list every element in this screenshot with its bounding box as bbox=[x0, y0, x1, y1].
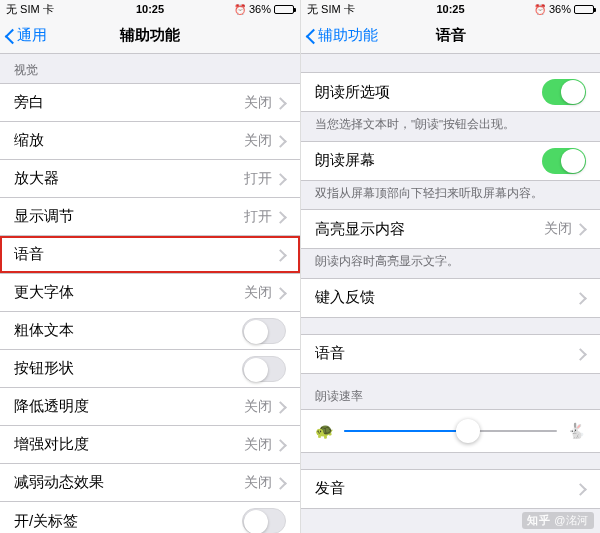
chevron-right-icon bbox=[578, 348, 586, 360]
row-label: 更大字体 bbox=[14, 283, 244, 302]
chevron-right-icon bbox=[278, 135, 286, 147]
section-header-vision: 视觉 bbox=[0, 54, 300, 83]
list-item[interactable]: 放大器打开 bbox=[0, 160, 300, 198]
settings-list: 旁白关闭缩放关闭放大器打开显示调节打开语音更大字体关闭粗体文本按钮形状降低透明度… bbox=[0, 83, 300, 533]
switch-toggle[interactable] bbox=[242, 508, 286, 533]
row-speak-selection[interactable]: 朗读所选项 bbox=[301, 73, 600, 111]
footer-speak-selection: 当您选择文本时，"朗读"按钮会出现。 bbox=[301, 112, 600, 141]
list-item[interactable]: 更大字体关闭 bbox=[0, 274, 300, 312]
slider-speaking-rate[interactable]: 🐢 🐇 bbox=[301, 410, 600, 452]
back-button[interactable]: 辅助功能 bbox=[305, 18, 378, 53]
group-pronunciations: 发音 bbox=[301, 469, 600, 509]
row-label: 放大器 bbox=[14, 169, 244, 188]
chevron-right-icon bbox=[578, 483, 586, 495]
switch-toggle[interactable] bbox=[242, 356, 286, 382]
row-label: 开/关标签 bbox=[14, 512, 242, 531]
row-value: 关闭 bbox=[244, 132, 272, 150]
row-label: 显示调节 bbox=[14, 207, 244, 226]
slider-track[interactable] bbox=[344, 430, 557, 432]
row-label: 语音 bbox=[14, 245, 278, 264]
chevron-right-icon bbox=[578, 292, 586, 304]
row-value: 关闭 bbox=[244, 94, 272, 112]
battery-icon bbox=[574, 5, 594, 14]
list-item[interactable]: 语音 bbox=[0, 236, 300, 274]
list-item[interactable]: 增强对比度关闭 bbox=[0, 426, 300, 464]
list-item[interactable]: 减弱动态效果关闭 bbox=[0, 464, 300, 502]
row-value: 关闭 bbox=[544, 220, 572, 238]
list-item[interactable]: 开/关标签 bbox=[0, 502, 300, 533]
row-highlight-content[interactable]: 高亮显示内容 关闭 bbox=[301, 210, 600, 248]
chevron-right-icon bbox=[278, 477, 286, 489]
group-highlight-content: 高亮显示内容 关闭 bbox=[301, 209, 600, 249]
row-value: 关闭 bbox=[244, 398, 272, 416]
switch-toggle[interactable] bbox=[242, 318, 286, 344]
back-label: 通用 bbox=[17, 26, 47, 45]
chevron-right-icon bbox=[278, 97, 286, 109]
row-value: 关闭 bbox=[244, 284, 272, 302]
row-pronunciations[interactable]: 发音 bbox=[301, 470, 600, 508]
row-label: 降低透明度 bbox=[14, 397, 244, 416]
group-speaking-rate: 🐢 🐇 bbox=[301, 409, 600, 453]
group-voices: 语音 bbox=[301, 334, 600, 374]
chevron-left-icon bbox=[4, 27, 15, 45]
chevron-right-icon bbox=[278, 439, 286, 451]
row-label: 旁白 bbox=[14, 93, 244, 112]
row-voices[interactable]: 语音 bbox=[301, 335, 600, 373]
group-speak-screen: 朗读屏幕 bbox=[301, 141, 600, 181]
tortoise-icon: 🐢 bbox=[315, 422, 334, 440]
group-typing-feedback: 键入反馈 bbox=[301, 278, 600, 318]
row-label: 键入反馈 bbox=[315, 288, 578, 307]
row-label: 按钮形状 bbox=[14, 359, 242, 378]
status-bar: 无 SIM 卡 10:25 ⏰ 36% bbox=[0, 0, 300, 18]
page-title: 语音 bbox=[436, 26, 466, 45]
page-title: 辅助功能 bbox=[120, 26, 180, 45]
row-label: 朗读屏幕 bbox=[315, 151, 542, 170]
chevron-right-icon bbox=[278, 173, 286, 185]
chevron-right-icon bbox=[278, 249, 286, 261]
switch-speak-screen[interactable] bbox=[542, 148, 586, 174]
left-screen: 无 SIM 卡 10:25 ⏰ 36% 通用 辅助功能 视觉 旁白关闭缩放关闭放… bbox=[0, 0, 300, 533]
row-speak-screen[interactable]: 朗读屏幕 bbox=[301, 142, 600, 180]
nav-bar: 辅助功能 语音 bbox=[301, 18, 600, 54]
chevron-left-icon bbox=[305, 27, 316, 45]
footer-speak-screen: 双指从屏幕顶部向下轻扫来听取屏幕内容。 bbox=[301, 181, 600, 210]
chevron-right-icon bbox=[278, 401, 286, 413]
row-label: 粗体文本 bbox=[14, 321, 242, 340]
section-header-rate: 朗读速率 bbox=[301, 374, 600, 409]
row-value: 关闭 bbox=[244, 474, 272, 492]
clock-label: 10:25 bbox=[0, 3, 300, 15]
row-typing-feedback[interactable]: 键入反馈 bbox=[301, 279, 600, 317]
list-item[interactable]: 缩放关闭 bbox=[0, 122, 300, 160]
row-label: 缩放 bbox=[14, 131, 244, 150]
row-value: 关闭 bbox=[244, 436, 272, 454]
list-item[interactable]: 按钮形状 bbox=[0, 350, 300, 388]
list-item[interactable]: 旁白关闭 bbox=[0, 84, 300, 122]
row-label: 增强对比度 bbox=[14, 435, 244, 454]
clock-label: 10:25 bbox=[301, 3, 600, 15]
status-bar: 无 SIM 卡 10:25 ⏰ 36% bbox=[301, 0, 600, 18]
row-value: 打开 bbox=[244, 170, 272, 188]
nav-bar: 通用 辅助功能 bbox=[0, 18, 300, 54]
watermark: 知乎@洺河 bbox=[522, 512, 594, 529]
footer-highlight-content: 朗读内容时高亮显示文字。 bbox=[301, 249, 600, 278]
switch-speak-selection[interactable] bbox=[542, 79, 586, 105]
slider-thumb[interactable] bbox=[456, 419, 480, 443]
chevron-right-icon bbox=[578, 223, 586, 235]
watermark-author: @洺河 bbox=[554, 514, 589, 526]
right-screen: 无 SIM 卡 10:25 ⏰ 36% 辅助功能 语音 朗读所选项 当您选择文本… bbox=[300, 0, 600, 533]
list-item[interactable]: 降低透明度关闭 bbox=[0, 388, 300, 426]
row-label: 高亮显示内容 bbox=[315, 220, 544, 239]
chevron-right-icon bbox=[278, 287, 286, 299]
chevron-right-icon bbox=[278, 211, 286, 223]
row-label: 语音 bbox=[315, 344, 578, 363]
back-button[interactable]: 通用 bbox=[4, 18, 47, 53]
list-item[interactable]: 粗体文本 bbox=[0, 312, 300, 350]
back-label: 辅助功能 bbox=[318, 26, 378, 45]
battery-icon bbox=[274, 5, 294, 14]
row-label: 发音 bbox=[315, 479, 578, 498]
row-value: 打开 bbox=[244, 208, 272, 226]
row-label: 朗读所选项 bbox=[315, 83, 542, 102]
row-label: 减弱动态效果 bbox=[14, 473, 244, 492]
list-item[interactable]: 显示调节打开 bbox=[0, 198, 300, 236]
rabbit-icon: 🐇 bbox=[567, 422, 586, 440]
